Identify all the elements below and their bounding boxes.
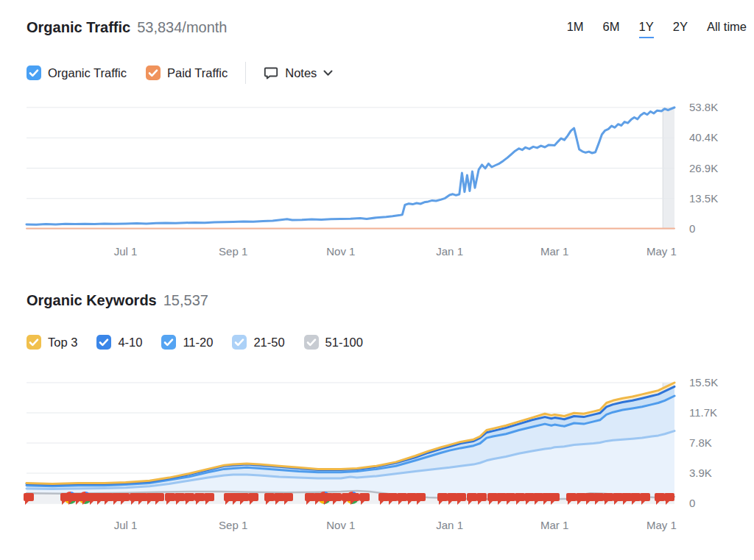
organic-traffic-x-axis: Jul 1Sep 1Nov 1Jan 1Mar 1May 1 — [27, 245, 674, 260]
check-icon — [27, 65, 41, 80]
51-100-checkbox[interactable] — [304, 335, 319, 350]
organic-keywords-x-axis: Jul 1Sep 1Nov 1Jan 1Mar 1May 1 — [27, 519, 674, 534]
note-flag-icon[interactable] — [515, 493, 525, 508]
traffic-legend-item-organic-traffic[interactable]: Organic Traffic — [27, 65, 127, 80]
organic-keywords-title: Organic Keywords — [27, 292, 157, 308]
x-tick-label: Sep 1 — [219, 519, 247, 531]
organic-keywords-y-axis: 15.5K11.7K7.8K3.9K0 — [689, 383, 748, 503]
note-flag-icon[interactable] — [175, 493, 185, 508]
y-tick-label: 7.8K — [689, 436, 712, 449]
traffic-legend-row: Organic TrafficPaid Traffic Notes — [27, 62, 333, 84]
y-tick-label: 3.9K — [689, 467, 712, 479]
note-flag-icon[interactable] — [331, 493, 342, 508]
note-flag-icon[interactable] — [437, 493, 448, 508]
y-tick-label: 0 — [689, 497, 695, 509]
series-line-organic-traffic — [27, 107, 674, 224]
organic-traffic-chart[interactable] — [27, 107, 674, 229]
note-flag-icon[interactable] — [248, 493, 258, 508]
time-range-tab-1m[interactable]: 1M — [567, 20, 584, 38]
x-tick-label: Sep 1 — [219, 245, 247, 258]
paid-traffic-checkbox[interactable] — [146, 65, 161, 80]
y-tick-label: 26.9K — [689, 162, 718, 174]
x-tick-label: Jul 1 — [114, 245, 138, 258]
check-icon — [96, 335, 111, 350]
check-icon — [27, 335, 41, 350]
keywords-legend-row: Top 34-1011-2021-5051-100 — [27, 335, 363, 350]
notes-control[interactable]: Notes — [264, 66, 333, 80]
note-flag-icon[interactable] — [119, 493, 130, 508]
note-flag-icon[interactable] — [415, 493, 426, 508]
x-tick-label: Jul 1 — [114, 519, 138, 531]
21-50-checkbox[interactable] — [232, 335, 247, 350]
keywords-legend-label: 11-20 — [183, 336, 213, 350]
organic-keywords-plot[interactable] — [27, 383, 674, 503]
organic-traffic-value: 53,834/month — [137, 19, 227, 35]
y-tick-label: 13.5K — [689, 192, 718, 205]
note-flag-icon[interactable] — [467, 493, 477, 508]
legend-divider — [245, 62, 246, 84]
note-flag-icon[interactable] — [359, 493, 370, 508]
note-flag-icon[interactable] — [204, 493, 214, 508]
y-tick-label: 53.8K — [689, 101, 718, 113]
note-flag-icon[interactable] — [549, 493, 560, 508]
x-tick-label: Nov 1 — [326, 519, 355, 531]
notes-bubble-icon — [264, 66, 278, 80]
domain-overview-panel: Organic Traffic53,834/month 1M6M1Y2YAll … — [0, 0, 754, 560]
note-flag-icon[interactable] — [154, 493, 164, 508]
organic-keywords-header: Organic Keywords15,537 — [27, 292, 208, 309]
note-flag-icon[interactable] — [264, 493, 275, 508]
note-flag-icon[interactable] — [165, 493, 175, 508]
note-flag-icon[interactable] — [664, 493, 674, 508]
note-flag-icon[interactable] — [184, 493, 194, 508]
note-flag-icon[interactable] — [283, 493, 293, 508]
traffic-legend-label: Paid Traffic — [167, 66, 228, 80]
y-tick-label: 0 — [689, 222, 695, 235]
keywords-legend-item-4-10[interactable]: 4-10 — [96, 335, 142, 350]
note-flag-icon[interactable] — [24, 493, 34, 508]
keywords-legend: Top 34-1011-2021-5051-100 — [27, 335, 363, 350]
notes-marker-row — [27, 493, 674, 509]
traffic-legend-item-paid-traffic[interactable]: Paid Traffic — [146, 65, 228, 80]
organic-traffic-plot[interactable] — [27, 107, 674, 229]
y-tick-label: 40.4K — [689, 131, 718, 143]
note-flag-icon[interactable] — [349, 493, 359, 508]
keywords-legend-label: 4-10 — [118, 336, 142, 350]
4-10-checkbox[interactable] — [96, 335, 111, 350]
notes-label: Notes — [285, 66, 317, 80]
note-flag-icon[interactable] — [456, 493, 466, 508]
note-flag-icon[interactable] — [640, 493, 650, 508]
time-range-tab-6m[interactable]: 6M — [603, 20, 620, 38]
organic-traffic-y-axis: 53.8K40.4K26.9K13.5K0 — [689, 107, 748, 229]
note-flag-icon[interactable] — [239, 493, 249, 508]
x-tick-label: May 1 — [646, 245, 677, 258]
keywords-legend-item-top-3[interactable]: Top 3 — [27, 335, 77, 350]
note-flag-icon[interactable] — [397, 493, 407, 508]
note-flag-icon[interactable] — [593, 493, 604, 508]
chevron-down-icon — [323, 70, 333, 77]
note-flag-icon[interactable] — [505, 493, 515, 508]
organic-traffic-title: Organic Traffic — [27, 19, 130, 35]
organic-keywords-value: 15,537 — [163, 292, 208, 308]
note-flag-icon[interactable] — [476, 493, 487, 508]
11-20-checkbox[interactable] — [161, 335, 176, 350]
top-3-checkbox[interactable] — [27, 335, 41, 350]
time-range-tab-1y[interactable]: 1Y — [639, 20, 654, 38]
note-flag-icon[interactable] — [655, 493, 665, 508]
keywords-legend-label: 51-100 — [325, 336, 363, 350]
organic-keywords-chart[interactable] — [27, 383, 674, 503]
traffic-legend: Organic TrafficPaid Traffic — [27, 65, 228, 80]
check-icon — [304, 335, 319, 350]
keywords-legend-item-11-20[interactable]: 11-20 — [161, 335, 213, 350]
organic-traffic-checkbox[interactable] — [27, 65, 41, 80]
time-range-tab-all-time[interactable]: All time — [707, 20, 747, 38]
keywords-legend-item-21-50[interactable]: 21-50 — [232, 335, 284, 350]
check-icon — [232, 335, 247, 350]
keywords-legend-item-51-100[interactable]: 51-100 — [304, 335, 363, 350]
organic-traffic-header: Organic Traffic53,834/month — [27, 19, 227, 36]
x-tick-label: Jan 1 — [436, 519, 463, 531]
note-flag-icon[interactable] — [194, 493, 205, 508]
time-range-tab-2y[interactable]: 2Y — [673, 20, 688, 38]
y-tick-label: 11.7K — [689, 406, 717, 419]
x-tick-label: Jan 1 — [436, 245, 463, 258]
x-tick-label: May 1 — [646, 519, 677, 531]
